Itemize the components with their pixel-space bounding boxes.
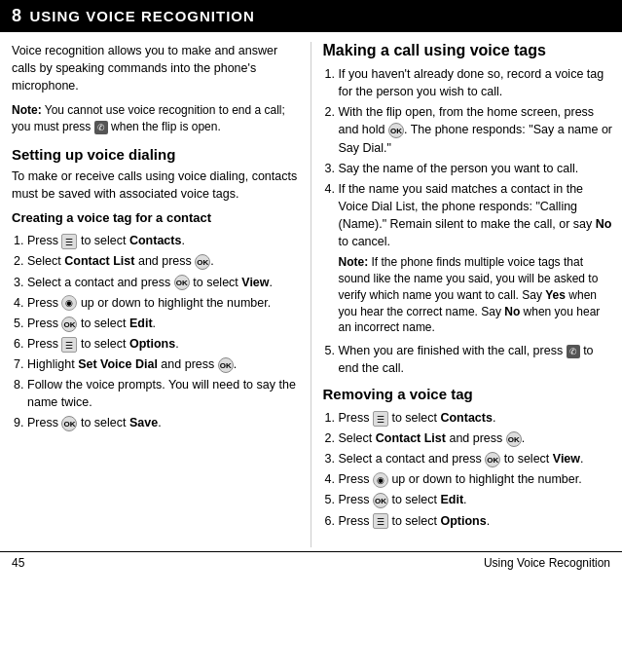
step9-text1: Press bbox=[27, 416, 61, 429]
page-wrapper: 8 Using Voice Recognition Voice recognit… bbox=[0, 0, 622, 574]
phone-icon-note: ✆ bbox=[94, 121, 108, 134]
note-1: Note: You cannot use voice recognition t… bbox=[12, 102, 301, 135]
note-1-after: when the flip is open. bbox=[108, 120, 221, 133]
content-area: Voice recognition allows you to make and… bbox=[0, 32, 622, 547]
intro-paragraph: Voice recognition allows you to make and… bbox=[12, 42, 301, 94]
rcall-note4-text: If the phone finds multiple voice tags t… bbox=[339, 255, 601, 334]
step3-text1: Select a contact and press bbox=[27, 276, 174, 289]
step1-btn-menu: ☰ bbox=[61, 234, 77, 249]
page-footer: 45 Using Voice Recognition bbox=[0, 551, 622, 574]
section1-intro: To make or receive calls using voice dia… bbox=[12, 168, 301, 203]
rcall-step-1: If you haven't already done so, record a… bbox=[339, 65, 613, 100]
page-title: Using Voice Recognition bbox=[30, 8, 255, 24]
rvt-step-5: Press OK to select Edit. bbox=[339, 491, 613, 508]
rcall-step5-btn-phone: ✆ bbox=[567, 345, 580, 358]
making-call-steps: If you haven't already done so, record a… bbox=[339, 65, 613, 377]
step-3: Select a contact and press OK to select … bbox=[27, 274, 301, 291]
step4-text1: Press bbox=[27, 296, 61, 310]
rvt-step-6: Press ☰ to select Options. bbox=[339, 512, 613, 530]
rcall-note-4: Note: If the phone finds multiple voice … bbox=[339, 254, 613, 336]
step4-btn-nav: ◉ bbox=[61, 295, 77, 311]
rvt-step5-text2: to select Edit. bbox=[388, 493, 467, 506]
step-4: Press ◉ up or down to highlight the numb… bbox=[27, 294, 301, 312]
step1-text: to select Contacts. bbox=[77, 234, 184, 247]
step8-text: Follow the voice prompts. You will need … bbox=[27, 378, 296, 409]
step9-btn-ok: OK bbox=[61, 416, 77, 431]
rvt-step1-text2: to select Contacts. bbox=[388, 411, 495, 425]
step2-btn-ok: OK bbox=[195, 254, 210, 270]
rcall-step-4: If the name you said matches a contact i… bbox=[339, 180, 613, 336]
step6-text2: to select Options. bbox=[77, 337, 178, 351]
rcall-step2-btn-ok: OK bbox=[388, 123, 404, 138]
rcall-step3-text: Say the name of the person you want to c… bbox=[339, 162, 579, 175]
rvt-step-2: Select Contact List and press OK. bbox=[339, 429, 613, 447]
rcall-step4-text: If the name you said matches a contact i… bbox=[339, 182, 612, 248]
step-2: Select Contact List and press OK. bbox=[27, 252, 301, 270]
rcall-step-5: When you are finished with the call, pre… bbox=[339, 342, 613, 377]
removing-voice-tag-heading: Removing a voice tag bbox=[323, 385, 613, 404]
rvt-step4-btn-nav: ◉ bbox=[373, 472, 388, 488]
step7-btn-ok: OK bbox=[218, 357, 234, 373]
removing-voice-tag-steps: Press ☰ to select Contacts. Select Conta… bbox=[339, 409, 613, 530]
step1-press: Press bbox=[27, 234, 61, 247]
step5-btn-ok: OK bbox=[61, 317, 77, 332]
step-8: Follow the voice prompts. You will need … bbox=[27, 376, 301, 411]
rvt-step2-text1: Select Contact List and press bbox=[339, 431, 506, 445]
rcall-step5-text1: When you are finished with the call, pre… bbox=[339, 344, 567, 357]
rvt-step3-text2: to select View. bbox=[500, 452, 583, 466]
step-6: Press ☰ to select Options. bbox=[27, 335, 301, 353]
rvt-step1-btn-menu: ☰ bbox=[373, 411, 388, 427]
create-voice-tag-steps: Press ☰ to select Contacts. Select Conta… bbox=[27, 232, 301, 431]
setting-up-heading: Setting up voice dialing bbox=[12, 145, 301, 165]
rvt-step3-text1: Select a contact and press bbox=[339, 452, 486, 466]
note-1-label: Note: bbox=[12, 103, 42, 117]
rvt-step5-btn-ok: OK bbox=[373, 493, 388, 508]
step5-text2: to select Edit. bbox=[77, 317, 156, 330]
step5-text1: Press bbox=[27, 317, 61, 330]
step7-text2: . bbox=[234, 357, 237, 371]
step-7: Highlight Set Voice Dial and press OK. bbox=[27, 355, 301, 373]
step6-text1: Press bbox=[27, 337, 61, 351]
step2-text1: Select Contact List and press bbox=[27, 254, 195, 268]
step-5: Press OK to select Edit. bbox=[27, 315, 301, 332]
rcall-step-2: With the flip open, from the home screen… bbox=[339, 103, 613, 156]
rvt-step-1: Press ☰ to select Contacts. bbox=[339, 409, 613, 427]
step4-text2: up or down to highlight the number. bbox=[77, 296, 271, 310]
step9-text2: to select Save. bbox=[77, 416, 161, 429]
rcall-step-3: Say the name of the person you want to c… bbox=[339, 160, 613, 177]
rvt-step4-text1: Press bbox=[339, 472, 373, 486]
footer-page-num: 45 bbox=[12, 556, 24, 570]
rcall-note4-label: Note: bbox=[339, 255, 369, 269]
step3-text2: to select View. bbox=[190, 276, 273, 289]
step3-btn-ok: OK bbox=[174, 275, 190, 290]
rvt-step6-btn-menu: ☰ bbox=[373, 513, 388, 529]
rvt-step2-btn-ok: OK bbox=[506, 431, 522, 447]
step6-btn-menu: ☰ bbox=[61, 337, 77, 353]
rvt-step6-text1: Press bbox=[339, 514, 373, 528]
right-column: Making a call using voice tags If you ha… bbox=[311, 42, 623, 547]
rvt-step5-text1: Press bbox=[339, 493, 373, 506]
rvt-step-3: Select a contact and press OK to select … bbox=[339, 450, 613, 467]
left-column: Voice recognition allows you to make and… bbox=[0, 42, 311, 547]
rvt-step-4: Press ◉ up or down to highlight the numb… bbox=[339, 470, 613, 488]
rvt-step2-text2: . bbox=[522, 431, 525, 445]
step2-text2: . bbox=[210, 254, 213, 268]
rcall-step1-text: If you haven't already done so, record a… bbox=[339, 67, 604, 98]
rvt-step6-text2: to select Options. bbox=[388, 514, 490, 528]
rvt-step4-text2: up or down to highlight the number. bbox=[388, 472, 582, 486]
step-9: Press OK to select Save. bbox=[27, 414, 301, 431]
chapter-number: 8 bbox=[12, 6, 22, 26]
step-1: Press ☰ to select Contacts. bbox=[27, 232, 301, 249]
footer-page-label: Using Voice Recognition bbox=[484, 556, 610, 570]
step7-text1: Highlight Set Voice Dial and press bbox=[27, 357, 218, 371]
rvt-step1-text1: Press bbox=[339, 411, 373, 425]
creating-voice-tag-heading: Creating a voice tag for a contact bbox=[12, 210, 301, 227]
rvt-step3-btn-ok: OK bbox=[485, 452, 500, 467]
page-header: 8 Using Voice Recognition bbox=[0, 0, 622, 32]
making-call-heading: Making a call using voice tags bbox=[323, 42, 613, 59]
